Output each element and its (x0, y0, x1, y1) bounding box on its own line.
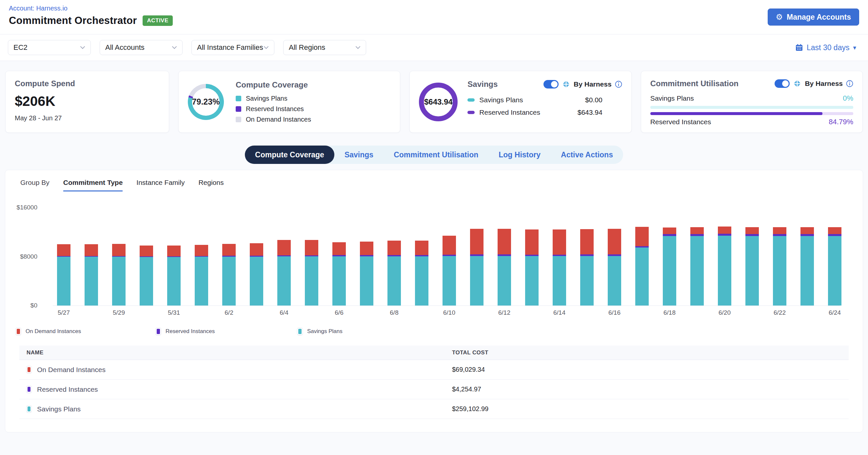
chart-legend-item-reserved-instances[interactable]: Reserved Instances (156, 328, 215, 335)
coverage-legend-item-on-demand-instances[interactable]: On Demand Instances (236, 116, 391, 123)
bar-segment-on-demand-instances (442, 236, 456, 255)
group-by-option-regions[interactable]: Regions (198, 179, 223, 191)
table-row-name: Savings Plans (37, 405, 81, 413)
bar-segment-savings-plans (773, 236, 786, 305)
bar-segment-on-demand-instances (57, 244, 70, 256)
compute-coverage-card: 79.23% Compute Coverage Savings PlansRes… (178, 71, 400, 133)
bar-6-14[interactable] (553, 230, 566, 305)
service-dropdown-value: EC2 (13, 43, 28, 52)
x-axis-tick-label: 6/22 (766, 309, 794, 316)
compute-spend-value: $206K (15, 93, 160, 109)
savings-by-harness-toggle[interactable] (544, 80, 559, 89)
bar-segment-savings-plans (250, 257, 263, 306)
x-axis-tick-label: 6/12 (491, 309, 518, 316)
legend-swatch-icon (236, 106, 241, 112)
bar-6-4[interactable] (277, 240, 291, 305)
bar-segment-on-demand-instances (828, 227, 841, 234)
table-cell-name: On Demand Instances (19, 366, 452, 374)
bar-6-9[interactable] (415, 241, 428, 305)
tab-savings[interactable]: Savings (334, 146, 383, 164)
bar-6-16[interactable] (608, 229, 621, 305)
chart-legend-item-on-demand-instances[interactable]: On Demand Instances (16, 328, 81, 335)
account-breadcrumb-link[interactable]: Account: Harness.io (9, 5, 67, 12)
bar-segment-on-demand-instances (663, 228, 676, 234)
tab-compute-coverage[interactable]: Compute Coverage (245, 146, 334, 164)
tab-log-history[interactable]: Log History (488, 146, 551, 164)
bar-6-3[interactable] (250, 243, 263, 305)
date-range-picker[interactable]: Last 30 days ▾ (795, 43, 860, 52)
col-header-name: NAME (19, 350, 452, 356)
bar-segment-on-demand-instances (470, 229, 484, 254)
group-by-options: Commitment TypeInstance FamilyRegions (63, 179, 224, 191)
utilisation-sp-bar (650, 106, 853, 109)
bar-5-27[interactable] (57, 244, 70, 305)
instance-families-dropdown[interactable]: All Instance Families (191, 40, 274, 55)
table-row-total-cost: $259,102.99 (452, 405, 849, 413)
page-header: Account: Harness.io Commitment Orchestra… (0, 0, 868, 34)
bar-6-13[interactable] (525, 230, 538, 305)
bar-6-5[interactable] (305, 240, 318, 305)
bar-segment-on-demand-instances (195, 245, 208, 256)
bar-6-21[interactable] (745, 227, 759, 305)
bar-5-29[interactable] (112, 244, 126, 305)
coverage-legend-label: Savings Plans (246, 95, 287, 102)
coverage-legend-item-reserved-instances[interactable]: Reserved Instances (236, 105, 391, 113)
bar-6-19[interactable] (690, 227, 704, 305)
bar-segment-on-demand-instances (580, 229, 594, 254)
bar-6-2[interactable] (222, 244, 236, 305)
bar-6-12[interactable] (498, 229, 511, 305)
accounts-dropdown[interactable]: All Accounts (100, 40, 183, 55)
chevron-down-icon (264, 46, 269, 49)
bar-6-17[interactable] (635, 227, 649, 305)
table-cell-name: Savings Plans (19, 405, 452, 413)
bar-6-6[interactable] (332, 242, 346, 305)
compute-spend-period: May 28 - Jun 27 (15, 114, 160, 122)
date-range-label: Last 30 days (807, 43, 849, 52)
bar-6-24[interactable] (828, 227, 841, 305)
bar-6-1[interactable] (195, 245, 208, 305)
bar-segment-on-demand-instances (498, 229, 511, 254)
bar-6-23[interactable] (801, 227, 814, 305)
x-axis-tick-label: 6/14 (546, 309, 573, 316)
group-by-option-commitment-type[interactable]: Commitment Type (63, 179, 123, 191)
bar-segment-savings-plans (718, 236, 731, 305)
cost-table: NAME TOTAL COST On Demand Instances$69,0… (19, 345, 849, 419)
service-dropdown[interactable]: EC2 (8, 40, 91, 55)
x-axis-tick-label: 6/10 (436, 309, 463, 316)
bar-5-31[interactable] (167, 245, 181, 305)
savings-row-value: $0.00 (585, 96, 602, 104)
manage-accounts-button[interactable]: ⚙ Manage Accounts (768, 8, 859, 26)
bar-6-10[interactable] (442, 236, 456, 305)
compute-spend-title: Compute Spend (15, 79, 160, 88)
bar-5-30[interactable] (140, 245, 153, 305)
info-icon[interactable] (615, 81, 622, 88)
x-axis-line (53, 305, 840, 306)
bar-6-7[interactable] (360, 242, 373, 305)
table-header: NAME TOTAL COST (19, 345, 849, 360)
chart-legend-item-savings-plans[interactable]: Savings Plans (297, 328, 343, 335)
x-axis-tick-label: 6/18 (656, 309, 683, 316)
bar-6-8[interactable] (388, 241, 401, 305)
bar-segment-savings-plans (85, 257, 98, 305)
x-axis-tick-label: 6/4 (271, 309, 298, 316)
regions-dropdown[interactable]: All Regions (283, 40, 366, 55)
tab-commitment-utilisation[interactable]: Commitment Utilisation (383, 146, 488, 164)
bar-segment-savings-plans (470, 256, 484, 305)
utilisation-by-harness-toggle[interactable] (775, 79, 789, 88)
coverage-legend-item-savings-plans[interactable]: Savings Plans (236, 95, 391, 102)
savings-title: Savings (467, 80, 498, 89)
bar-6-18[interactable] (663, 228, 676, 305)
bar-segment-savings-plans (690, 236, 704, 305)
tab-active-actions[interactable]: Active Actions (551, 146, 623, 164)
bar-segment-savings-plans (277, 256, 291, 305)
bar-segment-savings-plans (608, 256, 621, 305)
status-badge: ACTIVE (143, 16, 173, 26)
bar-6-11[interactable] (470, 229, 484, 305)
bar-6-15[interactable] (580, 229, 594, 305)
bar-6-22[interactable] (773, 227, 786, 305)
savings-card: $643.94 Savings By Harness (409, 71, 631, 133)
bar-6-20[interactable] (718, 226, 731, 305)
bar-5-28[interactable] (85, 244, 98, 305)
group-by-option-instance-family[interactable]: Instance Family (136, 179, 185, 191)
info-icon[interactable] (846, 80, 853, 87)
